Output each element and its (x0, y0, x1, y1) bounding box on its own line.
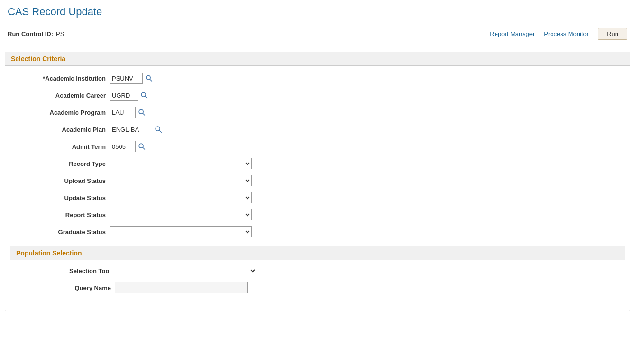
run-button[interactable]: Run (598, 28, 627, 40)
upload-status-row: Upload Status (15, 175, 620, 186)
svg-line-5 (143, 113, 145, 115)
update-status-label: Update Status (15, 194, 110, 201)
selection-tool-label: Selection Tool (20, 267, 115, 274)
academic-institution-input[interactable] (110, 73, 143, 84)
admit-term-search-button[interactable] (137, 142, 147, 151)
admit-term-label: Admit Term (15, 143, 110, 150)
query-name-input[interactable] (115, 282, 248, 293)
academic-program-row: Academic Program (15, 107, 620, 118)
academic-institution-label: *Academic Institution (15, 75, 110, 82)
population-selection-section: Population Selection Selection Tool Quer… (10, 246, 625, 306)
report-manager-link[interactable]: Report Manager (490, 30, 534, 37)
academic-plan-row: Academic Plan (15, 124, 620, 135)
population-selection-header: Population Selection (10, 246, 625, 260)
upload-status-label: Upload Status (15, 177, 110, 184)
academic-institution-row: *Academic Institution (15, 73, 620, 84)
academic-career-row: Academic Career (15, 90, 620, 101)
search-icon (138, 142, 146, 151)
page-title: CAS Record Update (0, 0, 635, 23)
graduate-status-row: Graduate Status (15, 226, 620, 237)
svg-line-1 (150, 79, 152, 81)
academic-program-search-button[interactable] (137, 108, 147, 117)
search-icon (154, 125, 163, 134)
run-control-value: PS (56, 30, 64, 37)
graduate-status-label: Graduate Status (15, 228, 110, 236)
update-status-row: Update Status (15, 192, 620, 203)
report-status-label: Report Status (15, 211, 110, 218)
report-status-select[interactable] (110, 209, 252, 220)
academic-plan-input[interactable] (110, 124, 152, 135)
run-control-label: Run Control ID: (8, 30, 53, 37)
svg-line-9 (143, 147, 145, 149)
nav-links-area: Report Manager Process Monitor (490, 30, 589, 37)
query-name-label: Query Name (20, 284, 115, 291)
selection-tool-row: Selection Tool (20, 265, 615, 276)
svg-line-3 (145, 96, 147, 98)
academic-career-search-button[interactable] (139, 91, 149, 100)
process-monitor-link[interactable]: Process Monitor (544, 30, 589, 37)
population-selection-body: Selection Tool Query Name (10, 260, 625, 306)
query-name-row: Query Name (20, 282, 615, 293)
search-icon (145, 74, 153, 82)
selection-criteria-title: Selection Criteria (11, 55, 65, 63)
run-control-bar: Run Control ID: PS Report Manager Proces… (0, 23, 635, 45)
svg-line-7 (159, 130, 161, 132)
record-type-row: Record Type (15, 158, 620, 169)
selection-criteria-header: Selection Criteria (5, 52, 630, 66)
selection-tool-select[interactable] (115, 265, 257, 276)
academic-program-input[interactable] (110, 107, 136, 118)
search-icon (140, 91, 148, 100)
academic-plan-label: Academic Plan (15, 126, 110, 133)
selection-criteria-section: Selection Criteria *Academic Institution… (5, 52, 630, 311)
record-type-select[interactable] (110, 158, 252, 169)
record-type-label: Record Type (15, 160, 110, 167)
admit-term-row: Admit Term (15, 141, 620, 152)
graduate-status-select[interactable] (110, 226, 252, 237)
search-icon (138, 108, 146, 117)
academic-program-label: Academic Program (15, 109, 110, 116)
selection-criteria-body: *Academic Institution Academic Career (5, 66, 630, 246)
academic-institution-search-button[interactable] (144, 74, 154, 82)
update-status-select[interactable] (110, 192, 252, 203)
report-status-row: Report Status (15, 209, 620, 220)
academic-career-input[interactable] (110, 90, 138, 101)
academic-career-label: Academic Career (15, 92, 110, 99)
admit-term-input[interactable] (110, 141, 136, 152)
population-selection-title: Population Selection (16, 249, 82, 257)
upload-status-select[interactable] (110, 175, 252, 186)
academic-plan-search-button[interactable] (153, 125, 164, 134)
